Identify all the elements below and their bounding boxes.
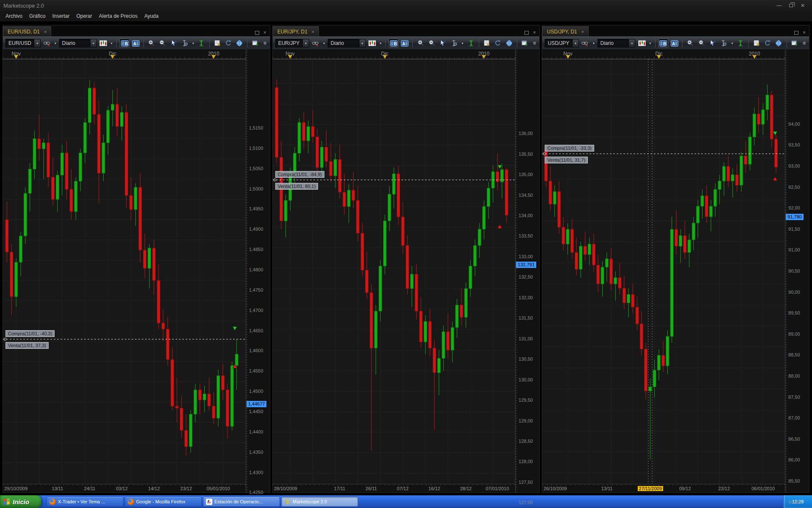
buy-position-label[interactable]: Compra(11/01, -84,9) — [275, 171, 324, 178]
plot-area[interactable]: Compra(11/01, -40,3)Venta(11/01, 37,3) — [3, 59, 246, 484]
panel-close-icon[interactable]: × — [803, 30, 806, 35]
globe-icon[interactable] — [505, 39, 514, 48]
measure-icon[interactable] — [466, 39, 475, 48]
panel-maximize-icon[interactable] — [255, 31, 259, 35]
panel-close-icon[interactable]: × — [263, 30, 266, 35]
measure-icon[interactable] — [197, 39, 206, 48]
plot-area[interactable]: Compra(11/01, -33,3)Venta(11/01, 31,7) — [542, 59, 785, 484]
zoom-in-icon[interactable] — [416, 39, 425, 48]
link-charts-icon[interactable]: × — [42, 39, 52, 48]
toolbar-overflow-icon[interactable]: ≡ — [803, 40, 807, 46]
chevron-down-icon[interactable]: ▾ — [648, 41, 652, 45]
globe-icon[interactable] — [774, 39, 783, 48]
refresh-icon[interactable] — [493, 39, 502, 48]
link-charts-icon[interactable]: × — [581, 39, 590, 48]
chart-type-icon[interactable] — [368, 39, 377, 48]
menu-ayuda[interactable]: Ayuda — [141, 12, 162, 20]
chart-type-icon[interactable] — [637, 39, 646, 48]
menu-alerta-precios[interactable]: Alerta de Precios — [96, 12, 140, 20]
new-chart-icon[interactable]: + — [790, 39, 799, 48]
zoom-out-icon[interactable] — [427, 39, 436, 48]
menu-operar[interactable]: Operar — [73, 12, 95, 20]
crosshair-icon[interactable] — [719, 39, 728, 48]
notes-icon[interactable] — [213, 39, 222, 48]
symbol-select[interactable]: EUR/USD▾ — [5, 39, 41, 47]
chevron-down-icon[interactable]: ▾ — [53, 41, 57, 45]
symbol-select[interactable]: EUR/JPY▾ — [275, 39, 309, 47]
menu-insertar[interactable]: Insertar — [49, 12, 73, 20]
price-tick-label: 87,00 — [788, 415, 800, 420]
price-tick-label: 1,4250 — [249, 490, 263, 495]
tab-close-icon[interactable]: × — [581, 29, 584, 34]
chevron-down-icon[interactable]: ▾ — [730, 41, 734, 45]
price-tick-label: 86,50 — [788, 436, 800, 442]
ask-line-toggle-icon[interactable]: A — [400, 39, 409, 48]
crosshair-icon[interactable] — [180, 39, 189, 48]
ask-line-toggle-icon[interactable]: A — [131, 39, 140, 48]
price-axis[interactable]: 136,00135,50135,00134,50134,00133,50133,… — [515, 50, 539, 492]
taskbar-button-xtrader[interactable]: X-Trader • Ver Tema ... — [47, 497, 123, 507]
chevron-down-icon[interactable]: ▾ — [592, 41, 595, 45]
new-chart-icon[interactable]: + — [520, 39, 529, 48]
taskbar-button-marketscope[interactable]: $ Marketscope 2.0 — [281, 497, 358, 507]
plot-area[interactable]: Compra(11/01, -84,9)Venta(11/01, 80,1) — [273, 59, 516, 484]
zoom-out-icon[interactable] — [158, 39, 167, 48]
notes-icon[interactable] — [752, 39, 761, 48]
crosshair-icon[interactable] — [450, 39, 459, 48]
chevron-down-icon[interactable]: ▾ — [461, 41, 464, 45]
sell-position-label[interactable]: Venta(11/01, 31,7) — [545, 157, 588, 163]
chart-tab[interactable]: USD/JPY, D1 × — [542, 26, 589, 36]
bid-line-toggle-icon[interactable]: B — [120, 39, 129, 48]
tab-close-icon[interactable]: × — [312, 29, 314, 34]
symbol-select[interactable]: USD/JPY▾ — [545, 39, 579, 47]
pointer-icon[interactable]: + — [169, 39, 178, 48]
chevron-down-icon[interactable]: ▾ — [110, 41, 113, 45]
new-chart-icon[interactable]: + — [250, 39, 260, 48]
refresh-icon[interactable] — [763, 39, 772, 48]
zoom-in-icon[interactable] — [686, 39, 695, 48]
link-charts-icon[interactable]: × — [311, 39, 320, 48]
buy-position-label[interactable]: Compra(11/01, -40,3) — [5, 330, 55, 337]
panel-close-icon[interactable]: × — [533, 30, 536, 35]
toolbar-overflow-icon[interactable]: ≡ — [263, 40, 267, 46]
minimize-button[interactable]: — — [773, 2, 785, 9]
toolbar-overflow-icon[interactable]: ≡ — [533, 40, 537, 46]
taskbar-button-estacion[interactable]: fx Estación de Operacio... — [203, 497, 280, 507]
chevron-down-icon[interactable]: ▾ — [191, 41, 195, 45]
close-button[interactable]: ✕ — [797, 2, 809, 9]
chart-type-icon[interactable] — [99, 39, 108, 48]
chart-tab[interactable]: EUR/JPY, D1 × — [273, 26, 319, 36]
sell-position-label[interactable]: Venta(11/01, 80,1) — [275, 183, 318, 190]
measure-icon[interactable] — [736, 39, 745, 48]
taskbar-button-google[interactable]: Google - Mozilla Firefox — [125, 497, 202, 507]
pointer-icon[interactable]: + — [438, 39, 447, 48]
price-axis[interactable]: 94,0093,5093,0092,5092,0091,5091,0090,50… — [785, 50, 809, 492]
price-tick-label: 128,50 — [518, 439, 533, 444]
period-select[interactable]: Diario▾ — [59, 39, 97, 47]
zoom-in-icon[interactable] — [147, 39, 156, 48]
chart-tab[interactable]: EUR/USD, D1 × — [3, 26, 51, 36]
start-button[interactable]: Inicio — [0, 495, 41, 508]
bottom-date-axis: 29/10/200913/1124/1103/1214/1223/1205/01… — [3, 484, 246, 492]
bid-line-toggle-icon[interactable]: B — [389, 39, 398, 48]
period-select[interactable]: Diario▾ — [598, 39, 636, 47]
notes-icon[interactable] — [482, 39, 491, 48]
chevron-down-icon[interactable]: ▾ — [322, 41, 326, 45]
buy-position-label[interactable]: Compra(11/01, -33,3) — [545, 145, 594, 152]
tab-close-icon[interactable]: × — [44, 29, 47, 34]
pointer-icon[interactable]: + — [708, 39, 717, 48]
menu-archivo[interactable]: Archivo — [3, 12, 25, 20]
menu-grafico[interactable]: Gráfico — [26, 12, 49, 20]
panel-maximize-icon[interactable] — [794, 31, 798, 35]
zoom-out-icon[interactable] — [697, 39, 706, 48]
period-select[interactable]: Diario▾ — [328, 39, 366, 47]
restore-button[interactable] — [785, 2, 797, 9]
sell-position-label[interactable]: Venta(11/01, 37,3) — [5, 342, 49, 349]
bid-line-toggle-icon[interactable]: B — [658, 39, 668, 48]
refresh-icon[interactable] — [224, 39, 233, 48]
price-axis[interactable]: 1,51501,51001,50501,50001,49501,49001,48… — [246, 50, 270, 492]
globe-icon[interactable] — [235, 39, 244, 48]
chevron-down-icon[interactable]: ▾ — [379, 41, 382, 45]
panel-maximize-icon[interactable] — [524, 31, 529, 35]
ask-line-toggle-icon[interactable]: A — [670, 39, 679, 48]
